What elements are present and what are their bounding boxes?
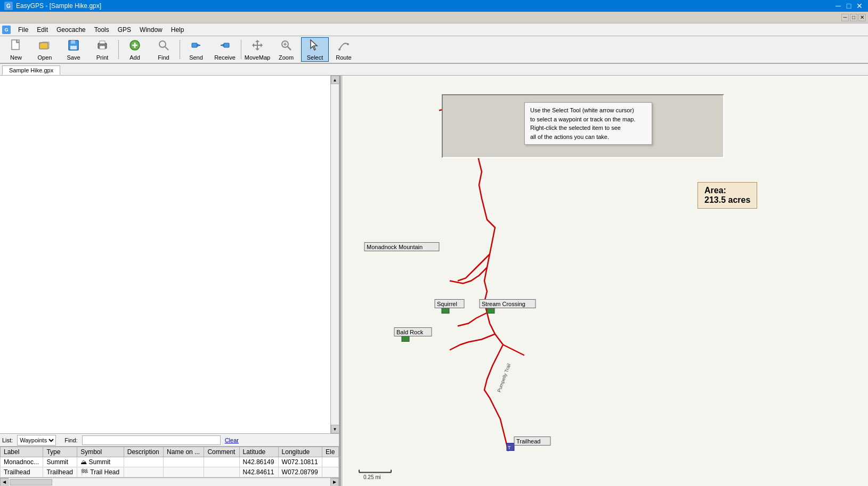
svg-line-12	[165, 47, 168, 50]
col-longitude[interactable]: Longitude	[278, 447, 322, 457]
col-nameon[interactable]: Name on ...	[164, 447, 204, 457]
svg-text:Trailhead: Trailhead	[516, 438, 540, 444]
toolbar-new-label: New	[10, 54, 22, 61]
table-row[interactable]: Trailhead Trailhead 🏁 Trail Head N42.846…	[1, 467, 339, 477]
svg-rect-15	[224, 43, 229, 47]
toolbar: New Open Save Print Add Find	[0, 36, 868, 64]
save-icon	[67, 39, 80, 53]
cell-label: Monadnoc...	[1, 457, 43, 467]
toolbar-receive-button[interactable]: Receive	[211, 37, 239, 62]
toolbar-print-button[interactable]: Print	[88, 37, 116, 62]
minimize-button[interactable]: ─	[834, 2, 842, 10]
cell-nameon	[164, 467, 204, 477]
app-menu-icon[interactable]: G	[2, 26, 11, 34]
receive-icon	[218, 39, 231, 53]
menu-geocache[interactable]: Geocache	[52, 23, 90, 36]
cell-comment	[204, 467, 239, 477]
toolbar-add-button[interactable]: Add	[121, 37, 149, 62]
menu-file[interactable]: File	[14, 23, 33, 36]
svg-text:Squirrel: Squirrel	[437, 301, 457, 307]
separator-3	[241, 40, 241, 59]
cell-nameon	[164, 457, 204, 467]
cell-lat: N42.86149	[239, 457, 278, 467]
list-label: List:	[2, 437, 13, 443]
data-table: Label Type Symbol Description Name on ..…	[0, 447, 339, 477]
col-description[interactable]: Description	[124, 447, 163, 457]
svg-rect-7	[100, 46, 105, 49]
col-label[interactable]: Label	[1, 447, 43, 457]
inner-close-button[interactable]: ✕	[858, 14, 866, 21]
col-type[interactable]: Type	[43, 447, 77, 457]
area-label-container: Area: 213.5 acres	[697, 182, 761, 214]
cell-comment	[204, 457, 239, 467]
cell-type: Summit	[43, 457, 77, 467]
data-table-container: Label Type Symbol Description Name on ..…	[0, 447, 339, 477]
maximize-button[interactable]: □	[845, 2, 853, 10]
svg-text:T: T	[508, 445, 511, 450]
table-row[interactable]: Monadnoc... Summit ⛰ Summit N42.86149 W0…	[1, 457, 339, 467]
clear-button[interactable]: Clear	[225, 437, 239, 443]
close-button[interactable]: ✕	[855, 2, 864, 10]
cell-type: Trailhead	[43, 467, 77, 477]
scroll-left-button[interactable]: ◀	[0, 478, 9, 487]
select-icon	[309, 39, 321, 53]
inner-maximize-button[interactable]: □	[850, 14, 857, 21]
col-elevation[interactable]: Ele	[322, 447, 339, 457]
toolbar-movemap-button[interactable]: MoveMap	[244, 37, 271, 62]
scroll-thumb[interactable]	[10, 479, 52, 485]
svg-text:Pumpelly Trail: Pumpelly Trail	[496, 363, 512, 393]
app-icon: G	[4, 2, 13, 10]
toolbar-new-button[interactable]: New	[2, 37, 30, 62]
cell-ele	[322, 467, 339, 477]
menu-edit[interactable]: Edit	[33, 23, 52, 36]
svg-rect-13	[192, 43, 197, 47]
menu-window[interactable]: Window	[135, 23, 167, 36]
col-latitude[interactable]: Latitude	[239, 447, 278, 457]
menu-help[interactable]: Help	[167, 23, 189, 36]
open-icon	[38, 39, 51, 53]
map-area[interactable]: Pumpelly Trail T Pumpelly Trail Monadnoc…	[343, 76, 868, 486]
svg-text:Stream Crossing: Stream Crossing	[482, 301, 525, 307]
col-symbol[interactable]: Symbol	[77, 447, 124, 457]
toolbar-save-button[interactable]: Save	[60, 37, 87, 62]
movemap-icon	[251, 39, 264, 53]
title-text: EasyGPS - [Sample Hike.gpx]	[16, 2, 101, 10]
toolbar-select-button[interactable]: Select	[301, 37, 329, 62]
scroll-up-button[interactable]: ▲	[331, 76, 339, 84]
left-panel: ▲ ▼ List: Waypoints Tracks Routes Find: …	[0, 76, 340, 486]
scroll-right-button[interactable]: ▶	[330, 478, 339, 487]
route-icon	[337, 39, 350, 53]
toolbar-movemap-label: MoveMap	[245, 54, 270, 61]
cell-desc	[124, 457, 163, 467]
toolbar-send-button[interactable]: Send	[182, 37, 210, 62]
svg-marker-21	[311, 40, 317, 50]
menu-gps[interactable]: GPS	[113, 23, 135, 36]
tooltip-line-2: to select a waypoint or track on the map…	[530, 115, 646, 124]
col-comment[interactable]: Comment	[204, 447, 239, 457]
toolbar-route-button[interactable]: Route	[330, 37, 358, 62]
tooltip-line-4: all of the actions you can take.	[530, 133, 646, 142]
list-type-select[interactable]: Waypoints Tracks Routes	[17, 435, 56, 446]
scroll-down-button[interactable]: ▼	[331, 425, 339, 433]
inner-title-bar: ─ □ ✕	[0, 12, 868, 23]
tooltip-box: Use the Select Tool (white arrow cursor)…	[524, 102, 652, 145]
toolbar-find-button[interactable]: Find	[150, 37, 177, 62]
send-icon	[190, 39, 202, 53]
inner-controls: ─ □ ✕	[841, 14, 866, 21]
svg-marker-16	[221, 44, 224, 46]
menu-tools[interactable]: Tools	[90, 23, 113, 36]
separator-1	[118, 40, 119, 59]
title-bar: G EasyGPS - [Sample Hike.gpx] ─ □ ✕	[0, 0, 868, 12]
cell-label: Trailhead	[1, 467, 43, 477]
svg-point-22	[338, 48, 340, 51]
svg-marker-14	[197, 44, 200, 46]
find-icon	[157, 39, 170, 53]
toolbar-open-label: Open	[38, 54, 52, 61]
inner-minimize-button[interactable]: ─	[841, 14, 849, 21]
toolbar-open-button[interactable]: Open	[31, 37, 59, 62]
toolbar-zoom-button[interactable]: Zoom	[272, 37, 300, 62]
find-input[interactable]	[82, 435, 221, 445]
tab-sample-hike[interactable]: Sample Hike.gpx	[2, 65, 60, 75]
symbol-icon: ⛰	[80, 458, 87, 466]
cell-lon: W072.10811	[278, 457, 322, 467]
